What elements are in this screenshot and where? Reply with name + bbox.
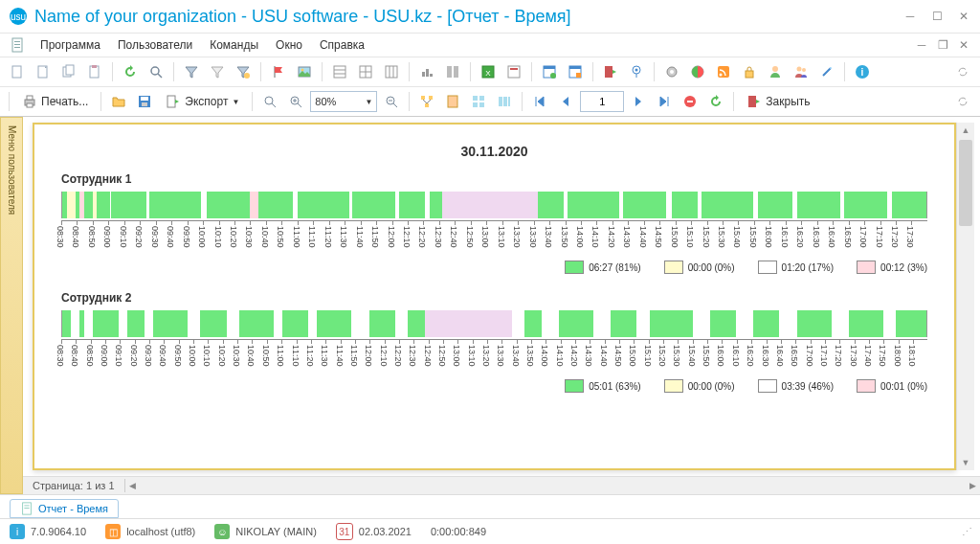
rss-button[interactable] — [712, 60, 735, 83]
minimize-button[interactable]: ─ — [903, 10, 917, 23]
tick-label: 11:40 — [355, 226, 365, 248]
page-view-button[interactable] — [441, 90, 464, 113]
flag-button[interactable] — [267, 60, 290, 83]
zoom-out-button[interactable] — [380, 90, 403, 113]
page-grid-button[interactable] — [467, 90, 490, 113]
timeline-segment — [352, 192, 395, 218]
time-axis: 08:3008:4008:5009:0009:1009:2009:3009:40… — [61, 339, 927, 374]
mdi-restore-button[interactable]: ❐ — [936, 38, 949, 52]
timeline-segment — [542, 310, 559, 337]
open-button[interactable] — [32, 60, 55, 83]
close-button[interactable]: ✕ — [957, 10, 970, 23]
export-xls-button[interactable]: X — [477, 60, 500, 83]
prev-page-button[interactable] — [554, 90, 577, 113]
svg-rect-59 — [27, 103, 33, 107]
settings-button[interactable] — [660, 60, 683, 83]
image-button[interactable] — [293, 60, 316, 83]
menu-program[interactable]: Программа — [33, 36, 108, 54]
search-button[interactable] — [145, 60, 167, 83]
sync-button[interactable] — [951, 60, 974, 83]
first-page-button[interactable] — [528, 90, 551, 113]
side-tab[interactable]: Меню пользователя — [0, 117, 23, 494]
horizontal-scrollbar[interactable]: Страница: 1 из 1 ◀ ▶ — [23, 476, 980, 494]
timeline-segment — [559, 310, 593, 337]
next-page-button[interactable] — [627, 90, 650, 113]
grid-2-button[interactable] — [354, 60, 377, 83]
window-2-button[interactable] — [564, 60, 587, 83]
menu-help[interactable]: Справка — [312, 36, 372, 54]
stop-button[interactable] — [679, 90, 702, 113]
sync-2-button[interactable] — [951, 90, 974, 113]
maximize-button[interactable]: ☐ — [930, 10, 944, 23]
svg-rect-63 — [167, 96, 175, 107]
scroll-thumb[interactable] — [959, 140, 972, 226]
printer-icon — [22, 94, 37, 109]
lock-button[interactable] — [738, 60, 761, 83]
zoom-fit-button[interactable] — [284, 90, 307, 113]
filter-clear-button[interactable] — [206, 60, 229, 83]
legend-swatch — [857, 261, 876, 274]
zoom-in-button[interactable] — [258, 90, 281, 113]
save-button[interactable] — [133, 90, 156, 113]
vertical-scrollbar[interactable]: ▲ ▼ — [956, 123, 974, 470]
tick-label: 08:50 — [87, 226, 97, 248]
close-report-button[interactable]: Закрыть — [740, 90, 816, 113]
tree-button[interactable] — [415, 90, 438, 113]
window-1-button[interactable] — [538, 60, 561, 83]
export-button[interactable]: Экспорт ▼ — [159, 90, 246, 113]
bottom-tabs: Отчет - Время — [0, 494, 980, 518]
paste-button[interactable] — [83, 60, 106, 83]
refresh-button[interactable] — [119, 60, 142, 83]
layout-button[interactable] — [441, 60, 464, 83]
user-button[interactable] — [764, 60, 787, 83]
tick-label: 10:50 — [261, 345, 271, 367]
reload-button[interactable] — [704, 90, 727, 113]
timeline-segment — [672, 192, 698, 218]
mdi-close-button[interactable]: ✕ — [957, 38, 970, 52]
page-multi-button[interactable] — [493, 90, 516, 113]
new-button[interactable] — [6, 60, 29, 83]
menu-window[interactable]: Окно — [268, 36, 310, 54]
color-button[interactable] — [686, 60, 709, 83]
mdi-minimize-button[interactable]: ─ — [915, 38, 928, 52]
menu-commands[interactable]: Команды — [202, 36, 266, 54]
wand-button[interactable] — [815, 60, 838, 83]
tick-label: 16:10 — [780, 226, 790, 248]
export-doc-button[interactable] — [502, 60, 525, 83]
svg-rect-79 — [473, 96, 478, 101]
timeline-segment — [119, 310, 127, 337]
users-button[interactable] — [790, 60, 813, 83]
status-time: 0:00:00:849 — [431, 526, 486, 537]
tick-label: 11:00 — [292, 226, 301, 248]
legend-label: 05:01 (63%) — [589, 381, 640, 392]
last-page-button[interactable] — [653, 90, 676, 113]
pin-button[interactable] — [625, 60, 648, 83]
scroll-left-icon[interactable]: ◀ — [125, 481, 141, 490]
timeline-segment — [352, 310, 369, 337]
tick-label: 11:30 — [320, 345, 329, 367]
menu-users[interactable]: Пользователи — [110, 36, 200, 54]
filter-button[interactable] — [180, 60, 203, 83]
employee-label: Сотрудник 2 — [61, 291, 927, 305]
scroll-right-icon[interactable]: ▶ — [965, 481, 980, 490]
page-input[interactable] — [580, 91, 624, 112]
side-tab-label: Меню пользователя — [7, 125, 17, 215]
resize-grip[interactable]: ⋰ — [962, 526, 970, 538]
grid-3-button[interactable] — [380, 60, 403, 83]
svg-rect-40 — [605, 66, 612, 78]
bar-button[interactable] — [415, 60, 438, 83]
info-button[interactable]: i — [851, 60, 874, 83]
copy-button[interactable] — [57, 60, 80, 83]
open-file-button[interactable] — [107, 90, 130, 113]
zoom-combo[interactable]: 80%▼ — [310, 91, 377, 112]
scroll-down-icon[interactable]: ▼ — [957, 455, 974, 470]
scroll-up-icon[interactable]: ▲ — [957, 123, 974, 138]
tick-label: 16:00 — [764, 226, 773, 248]
print-button[interactable]: Печать... — [15, 90, 95, 113]
print-label: Печать... — [41, 95, 88, 108]
tab-report-time[interactable]: Отчет - Время — [10, 499, 119, 518]
grid-1-button[interactable] — [328, 60, 351, 83]
filter-settings-button[interactable] — [232, 60, 255, 83]
exit-button[interactable] — [599, 60, 622, 83]
timeline-segment — [611, 310, 636, 337]
